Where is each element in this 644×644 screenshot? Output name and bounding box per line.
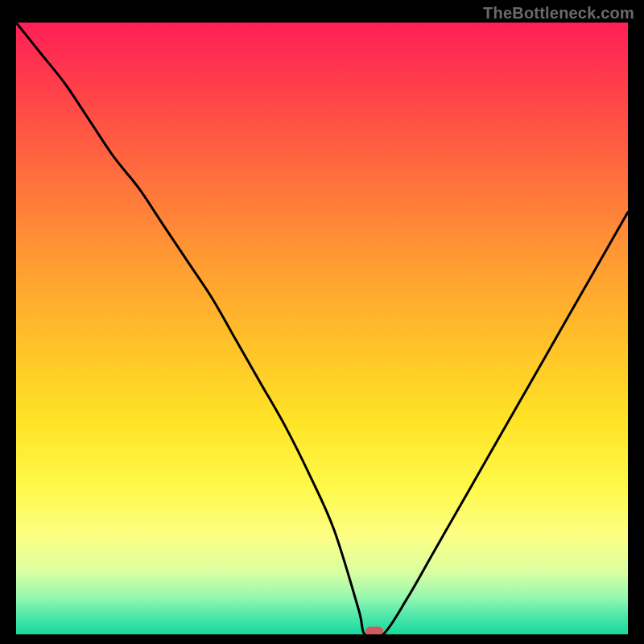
bottleneck-curve (16, 23, 628, 634)
watermark-text: TheBottleneck.com (483, 4, 634, 23)
curve-path (16, 23, 628, 634)
chart-frame: TheBottleneck.com (0, 0, 644, 644)
minimum-marker (365, 627, 383, 634)
plot-area (16, 23, 628, 634)
